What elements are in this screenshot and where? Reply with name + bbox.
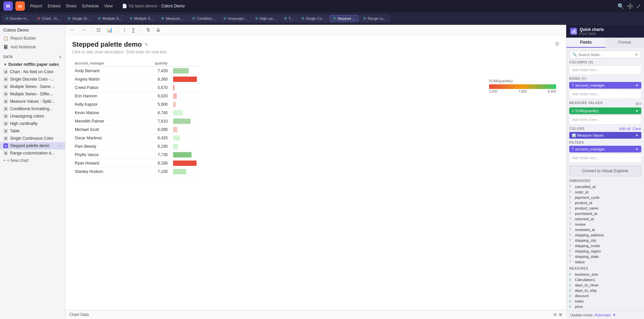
dimension-item[interactable]: Treview (569, 222, 641, 227)
chart-settings-icon[interactable]: ⚙ (555, 41, 559, 47)
dimension-item[interactable]: Tproduct_id (569, 200, 641, 206)
rows-drop-zone[interactable]: Add fields here... (569, 90, 641, 99)
chart-footer-expand-icon[interactable]: ⊞ (559, 312, 562, 317)
sidebar-item-range[interactable]: ⊞ Range customization d... (0, 149, 65, 157)
breadcrumb-workspace[interactable]: Viz team demos (128, 4, 157, 8)
forward-button[interactable]: → (79, 26, 88, 34)
tab-single-di[interactable]: ⊞ Single Di... (64, 15, 94, 22)
chart-subtitle[interactable]: Click to add chart description. Shift-en… (72, 50, 559, 54)
tab-range[interactable]: ⊞ Range cu... (360, 15, 390, 22)
dimension-item[interactable]: Tshipping_city (569, 238, 641, 243)
tab-measure[interactable]: ⊞ Measure ... (158, 15, 188, 22)
update-mode-value[interactable]: Automatic (595, 313, 611, 317)
tab-stepped[interactable]: ⊞ Stepped ... (329, 15, 359, 22)
columns-drop-zone[interactable]: Add fields here... (569, 65, 641, 75)
dimension-item[interactable]: Tshipping_region (569, 248, 641, 254)
nav-schedule[interactable]: Schedule (79, 4, 101, 8)
dimension-item[interactable]: Tshipping_state (569, 254, 641, 259)
colors-field-pill[interactable]: 📊 Measure Values ▼ (569, 132, 641, 139)
chart-edit-icon[interactable]: ✎ (145, 42, 149, 47)
new-chart-button[interactable]: + + New chart (0, 157, 65, 164)
measure-grid-icon[interactable]: ⊞≡ (636, 101, 641, 106)
metro-logo[interactable]: M (3, 1, 13, 11)
sidebar-item-stepped-menu[interactable]: ⋯ (58, 143, 62, 148)
cell-quantity: 5,900 (137, 100, 170, 109)
sidebar-item-multiple-same[interactable]: ⊞ Multiple Series - Same ... (0, 83, 65, 90)
maximize-icon[interactable]: ⤢ (636, 3, 641, 9)
add-data-button[interactable]: + (59, 54, 62, 59)
sidebar-item-stepped[interactable]: ⊞ Stepped palette demo ⋯ (0, 142, 65, 149)
search-icon[interactable]: 🔍 (618, 3, 624, 9)
sidebar-item-conditional[interactable]: ⊞ Conditional formatting... (0, 105, 65, 112)
filter-button[interactable]: ⇅ (144, 26, 152, 34)
measure-item[interactable]: #discount (569, 293, 641, 299)
convert-btn[interactable]: Convert to Visual Explorer (569, 166, 641, 176)
fields-search-input[interactable] (578, 53, 634, 57)
measure-item[interactable]: #days_to_ship (569, 288, 641, 293)
tab-fields[interactable]: Fields (567, 38, 605, 48)
fields-filter-icon[interactable]: ⚙ (635, 52, 638, 57)
dimension-item[interactable]: Treturned_at (569, 216, 641, 222)
sidebar-group-dunder[interactable]: ▼ Dunder mifflin paper sales (0, 61, 65, 68)
sort-button[interactable]: ↕ (121, 26, 128, 34)
measure-item[interactable]: #price (569, 304, 641, 309)
dimension-item[interactable]: Tshipping_address (569, 232, 641, 238)
tab-t[interactable]: ⊞ T... (280, 15, 297, 22)
tab-dunder[interactable]: ⊞ Dunder m... (2, 15, 33, 22)
sidebar-item-unassigning[interactable]: ⊞ Unassigning colors (0, 112, 65, 120)
chart-footer-collapse-icon[interactable]: ⊟ (553, 312, 557, 317)
tab-multiple-s2[interactable]: ⊞ Multiple S... (126, 15, 157, 22)
add-icon[interactable]: ➕ (627, 3, 634, 9)
dimension-item[interactable]: Tpayment_cycle (569, 195, 641, 200)
dimension-item[interactable]: Treviewed_at (569, 227, 641, 232)
dimension-item[interactable]: Torder_id (569, 189, 641, 195)
rows-pill-arrow[interactable]: ▼ (635, 84, 639, 87)
measure-field-pill[interactable]: # SUM(quantity) ▼ (569, 107, 641, 114)
sidebar-item-single-continuous[interactable]: ⊞ Single Continuous Color (0, 135, 65, 142)
dimension-item[interactable]: Tcancelled_at (569, 184, 641, 189)
app-logo[interactable]: m (15, 1, 25, 11)
nav-share[interactable]: Share (63, 4, 79, 8)
nav-embed[interactable]: Embed (45, 4, 63, 8)
filters-drop-zone[interactable]: Add fields here... (569, 153, 641, 163)
measure-item[interactable]: #index (569, 299, 641, 304)
tab-highcard[interactable]: ⊞ High car... (252, 15, 280, 22)
update-mode-chevron[interactable]: ▼ (612, 313, 616, 317)
dimension-item[interactable]: Tshipping_mode (569, 243, 641, 248)
add-notebook-link[interactable]: 📓 Add Notebook (0, 43, 65, 51)
chart-type-button[interactable]: 📊 (105, 26, 114, 34)
dimension-item[interactable]: Tproduct_name (569, 206, 641, 211)
tab-multiple-s1[interactable]: ⊞ Multiple S... (94, 15, 125, 22)
tab-format[interactable]: Format (605, 38, 644, 48)
dimension-item[interactable]: Tpurchased_at (569, 211, 641, 216)
report-builder-link[interactable]: 📋 Report Builder (0, 34, 65, 43)
sidebar-item-table[interactable]: ⊞ Table (0, 127, 65, 135)
measure-item[interactable]: #business_size (569, 272, 641, 277)
colors-clear[interactable]: Clear (633, 127, 641, 131)
sidebar-item-single-discrete[interactable]: ⊞ Single Discrete Color -... (0, 76, 65, 83)
rows-field-pill[interactable]: T account_manager ▼ (569, 82, 641, 89)
nav-report[interactable]: Report (28, 4, 45, 8)
nav-view[interactable]: View (101, 4, 115, 8)
tab-condition[interactable]: ⊞ Condition... (189, 15, 219, 22)
measure-drop-zone[interactable]: Add fields here... (569, 115, 641, 125)
filters-field-pill[interactable]: T account_manager ▼ (569, 146, 641, 152)
dimension-item[interactable]: Tstatus (569, 259, 641, 265)
filters-pill-arrow[interactable]: ▼ (635, 147, 639, 151)
colors-add-all[interactable]: Add all (619, 127, 631, 131)
limit-button[interactable]: ⇊ (154, 26, 162, 34)
sidebar-item-high-card[interactable]: ⊞ High cardinality (0, 120, 65, 127)
measure-item[interactable]: #Calculation1 (569, 277, 641, 282)
aggregate-button[interactable]: ∑ (130, 26, 137, 34)
measure-item[interactable]: #days_to_close (569, 282, 641, 288)
back-button[interactable]: ← (68, 26, 77, 34)
layout-button[interactable]: ⊡ (95, 26, 103, 34)
tab-single-co[interactable]: ⊞ Single Co... (298, 15, 329, 22)
tab-unassign[interactable]: ⊞ Unassigni... (220, 15, 251, 22)
sidebar-item-measure-split[interactable]: ⊞ Measure Values - Split/... (0, 98, 65, 105)
colors-pill-arrow[interactable]: ▼ (635, 134, 639, 137)
sidebar-item-multiple-diff[interactable]: ⊞ Multiple Series - Differ... (0, 90, 65, 98)
sidebar-item-chart-no-field[interactable]: ⊞ Chart - No field on Color (0, 68, 65, 76)
measure-pill-arrow[interactable]: ▼ (635, 109, 639, 113)
tab-chart-n[interactable]: ⊞ Chart - N... (34, 15, 63, 22)
